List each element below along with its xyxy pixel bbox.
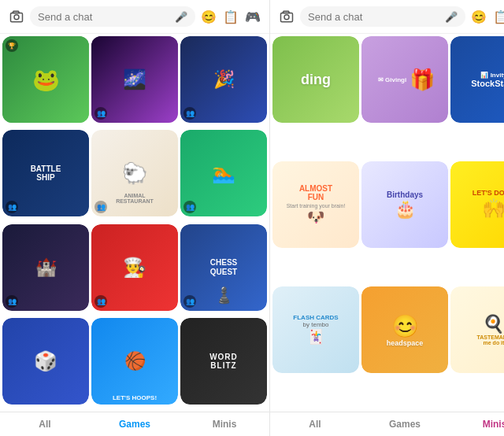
left-tab-all[interactable]: All xyxy=(0,412,90,436)
multi-badge-chess: 👥 xyxy=(183,295,196,308)
multi-badge-animal: 👥 xyxy=(94,201,107,213)
right-tab-all[interactable]: All xyxy=(270,412,360,436)
left-tab-games[interactable]: Games xyxy=(90,412,180,436)
multi-badge-battleship: 👥 xyxy=(6,201,18,213)
game-tile-trivia[interactable]: 🎉 👥 xyxy=(180,36,267,123)
game-tile-hoops[interactable]: 🏀 LET'S HOOPS! xyxy=(91,318,178,405)
game-tile-flashcards[interactable]: FLASH CARDS by tembo 🃏 xyxy=(272,286,359,373)
multi-badge-trivia: 👥 xyxy=(183,107,196,120)
left-search-input-wrap[interactable]: 🎤 xyxy=(30,6,195,27)
game-tile-stockstars[interactable]: 📊 InvityStockStars xyxy=(450,36,504,123)
mic-icon-right[interactable]: 🎤 xyxy=(445,10,458,23)
game-tile-birthdays[interactable]: Birthdays 🎂 xyxy=(361,161,448,248)
svg-point-2 xyxy=(284,15,289,20)
game-tile-givingi[interactable]: ✉ Givingi 🎁 xyxy=(361,36,448,123)
game-tile-chess[interactable]: CHESSQUEST ♟️ 👥 xyxy=(180,224,267,311)
camera-icon-right[interactable] xyxy=(278,8,295,25)
right-panel: 🎤 😊 📋 🎮 ding ✉ Givingi 🎁 📊 Invi xyxy=(270,0,504,436)
right-tab-bar: All Games Minis xyxy=(270,412,504,436)
game-tile-colorgalaxy[interactable]: 🌌 👥 xyxy=(91,36,178,123)
right-games-grid: ding ✉ Givingi 🎁 📊 InvityStockStars ALMO… xyxy=(270,34,504,412)
right-tab-games[interactable]: Games xyxy=(360,412,450,436)
game-tile-animal[interactable]: 🐑 ANIMALRESTAURANT 👥 xyxy=(91,130,178,216)
game-tile-taleto[interactable]: 🏰 👥 xyxy=(2,224,89,311)
multi-badge-taleto: 👥 xyxy=(6,295,18,308)
game-tile-wordblitz[interactable]: WORDBLITZ xyxy=(180,318,267,405)
left-search-bar: 🎤 😊 📋 🎮 xyxy=(0,0,269,34)
left-games-grid: 🐸 🏆 🌌 👥 🎉 👥 BATTLESHIP xyxy=(0,34,269,412)
left-tab-minis[interactable]: Minis xyxy=(180,412,269,436)
game-tile-ludo[interactable]: 🎲 xyxy=(2,318,89,405)
right-tab-minis[interactable]: Minis xyxy=(450,412,504,436)
emoji-icon-left[interactable]: 😊 xyxy=(200,8,217,25)
game-tile-letsdo[interactable]: LET'S DO IT! 🙌 xyxy=(450,161,504,248)
svg-point-0 xyxy=(14,15,19,20)
camera-icon-left[interactable] xyxy=(8,8,25,25)
right-search-input-wrap[interactable]: 🎤 xyxy=(300,6,465,27)
multi-badge-aquapark: 👥 xyxy=(183,201,196,213)
sticker-icon-left[interactable]: 📋 xyxy=(222,8,239,25)
game-tile-readychef[interactable]: 👨‍🍳 👥 xyxy=(91,224,178,311)
game-icon-left[interactable]: 🎮 xyxy=(244,8,261,25)
sticker-icon-right[interactable]: 📋 xyxy=(492,8,504,25)
left-search-input[interactable] xyxy=(38,11,170,23)
left-panel: 🎤 😊 📋 🎮 🐸 🏆 🌌 👥 🎉 xyxy=(0,0,270,436)
game-tile-almostfun[interactable]: ALMOSTFUN Start training your brain! 🐶 xyxy=(272,161,359,248)
game-tile-aquapark[interactable]: 🏊 👥 xyxy=(180,130,267,216)
multi-badge-colorgalaxy: 👥 xyxy=(94,107,107,120)
trophy-badge-omnom: 🏆 xyxy=(6,39,18,52)
left-tab-bar: All Games Minis xyxy=(0,412,269,436)
game-tile-headspace[interactable]: 😊 headspace xyxy=(361,286,448,373)
game-tile-battleship[interactable]: BATTLESHIP 👥 xyxy=(2,130,89,216)
emoji-icon-right[interactable]: 😊 xyxy=(470,8,487,25)
game-tile-tastemade[interactable]: 🍳 TASTEMADEme do it xyxy=(450,286,504,373)
game-tile-ding[interactable]: ding xyxy=(272,36,359,123)
game-tile-omnom[interactable]: 🐸 🏆 xyxy=(2,36,89,123)
right-search-input[interactable] xyxy=(308,11,440,23)
mic-icon-left[interactable]: 🎤 xyxy=(175,10,187,23)
right-search-bar: 🎤 😊 📋 🎮 xyxy=(270,0,504,34)
multi-badge-readychef: 👥 xyxy=(94,295,107,308)
main-container: 🎤 😊 📋 🎮 🐸 🏆 🌌 👥 🎉 xyxy=(0,0,504,436)
